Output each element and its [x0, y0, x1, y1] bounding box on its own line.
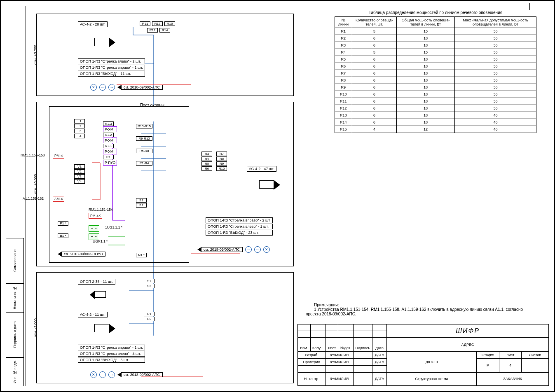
- drawing-sheet: Согласовано Взам. инв. № Подпись и дата …: [0, 0, 555, 392]
- r-box: R13: [152, 21, 163, 26]
- opop-item: ОПОП 1-R3 "Стрелка вправо" - 1 шт.: [78, 65, 145, 70]
- table-row: R1261830: [335, 105, 536, 112]
- rack-box: L1 L2 L3 L4 V1 V2 V3 V4 R1.3 Р-УМ R1.2 Р…: [49, 106, 189, 263]
- r-label: R1.2: [103, 133, 114, 137]
- r-label: R1.1: [103, 144, 114, 148]
- arrow-left-indicator-icon: [254, 246, 261, 253]
- opop-item: ОПОП 1-R3 "Стрелка вправо" - 1 шт.: [78, 345, 145, 350]
- col-sign: Подпись: [353, 344, 372, 351]
- V-box: V2: [74, 169, 85, 174]
- p-box: P1 *: [58, 221, 68, 226]
- table-header: Максимальная допустимая мощность оповеща…: [454, 17, 536, 28]
- r-box: R12: [147, 28, 158, 33]
- arrow-left-indicator-icon: [99, 84, 106, 91]
- table-header: № линии: [335, 17, 352, 28]
- speaker-icon: [259, 180, 274, 189]
- power-supply: ＋－: [89, 225, 99, 232]
- inner-frame: отм. +3,200 АС-4-2 - 28 шт. R11 R13 R15 …: [26, 6, 549, 386]
- ac-count: АС-4-2 - 47 шт.: [247, 166, 276, 172]
- customer: ЗАКАЗЧИК: [477, 372, 549, 385]
- table-row: R1061830: [335, 91, 536, 98]
- arrow-left-indicator-icon: [99, 371, 106, 378]
- r-box: R3: [201, 152, 212, 156]
- sheet-header: Лист: [499, 351, 522, 358]
- group-box: R1-R4: [136, 161, 152, 166]
- table-header: Количество оповеща-телей, шт.: [352, 17, 396, 28]
- r-box: R5: [201, 161, 212, 166]
- code: ШИФР: [387, 324, 549, 338]
- opop-item: ОПОП 1-R3 "Стрелка влево" - 4 шт.: [78, 351, 145, 357]
- s-box: S2: [136, 203, 147, 208]
- project-name: ДЮСШ: [387, 351, 477, 372]
- date: ДАТА: [372, 351, 387, 358]
- table-row: R361830: [335, 42, 536, 49]
- r-box: R10: [216, 166, 227, 171]
- power-table-container: Таблица распределения мощностей по линия…: [335, 10, 536, 133]
- arrow-right-indicator-icon: [108, 84, 115, 91]
- rm2-label: RM1.1.151-154: [89, 208, 113, 212]
- V-box: V4: [74, 179, 85, 184]
- notes-text: 1 Устройства RM1.1.151-154, RM1.1.155-15…: [306, 307, 536, 316]
- col-ndok: №док.: [338, 344, 353, 351]
- speaker-icon: [94, 324, 109, 332]
- arrow-right-indicator-icon: [245, 246, 252, 253]
- group-box: R9-R12: [136, 136, 152, 141]
- date: ДАТА: [372, 359, 387, 366]
- col-izm: Изм.: [298, 344, 311, 351]
- power-distribution-table: № линииКоличество оповеща-телей, шт.Обща…: [335, 16, 536, 133]
- r-label: R1.3: [103, 121, 114, 126]
- family: ФАМИЛИЯ: [326, 351, 353, 358]
- role-check: Проверил: [298, 359, 326, 366]
- reference-flag: см. 2018-09/002-АПС: [117, 372, 163, 377]
- elevation-label: отм. -3,000: [33, 318, 37, 337]
- strip-cell: Подпись и дата: [6, 312, 24, 357]
- signal-indicators: см. 2018-09/002-АПС: [197, 246, 270, 253]
- address: АДРЕС: [387, 338, 549, 351]
- family: ФАМИЛИЯ: [326, 359, 353, 366]
- floor-panel-top: отм. +3,200 АС-4-2 - 28 шт. R11 R13 R15 …: [36, 14, 294, 96]
- role-ncontrol: Н. контр.: [298, 372, 326, 385]
- sheet-number: 4: [499, 359, 522, 372]
- group-box: R13-R15: [136, 124, 152, 128]
- r-box: R1: [144, 312, 155, 316]
- opop-item: ОПОП 1-R3 "ВЫХОД" - 23 шт.: [206, 230, 273, 236]
- drawing-subtitle: Структурная схема: [387, 372, 477, 385]
- date: ДАТА: [372, 372, 387, 385]
- ug-label: UGR1.1 *: [93, 239, 108, 243]
- table-row: R761830: [335, 70, 536, 77]
- s-box: S1: [144, 279, 155, 283]
- table-row: R1461840: [335, 119, 536, 126]
- ac-count: АС-4-2 - 11 шт.: [78, 312, 108, 317]
- sheets-header: Листов: [522, 351, 549, 358]
- elevation-label: отм. +0,000: [33, 174, 37, 194]
- r-label: R1: [103, 155, 114, 159]
- notes-block: Примечания: 1 Устройства RM1.1.151-154, …: [306, 303, 536, 316]
- exit-indicator-icon: [263, 246, 270, 253]
- r-box: R15: [164, 21, 175, 26]
- control-unit: Р-ПУО: [103, 160, 117, 166]
- signal-indicators: см. 2018-09/002-АПС: [90, 84, 163, 91]
- left-binding-strip: Согласовано Взам. инв. № Подпись и дата …: [6, 6, 24, 386]
- rm-label: RM1.1.155-158: [21, 153, 45, 157]
- col-date: Дата: [372, 344, 387, 351]
- amplifier: Р-УМ: [103, 149, 117, 154]
- r-box: R8: [216, 156, 227, 161]
- opop-item: ОПОП 1-R3 "Стрелка влево" - 1 шт.: [206, 224, 273, 229]
- opop-list: ОПОП 1-R3 "Стрелка вправо" - 2 шт. ОПОП …: [206, 217, 273, 236]
- strip-cell: Взам. инв. №: [6, 283, 24, 312]
- arrow-right-indicator-icon: [108, 371, 115, 378]
- table-row: R451530: [335, 49, 536, 56]
- table-row: R1161830: [335, 98, 536, 105]
- reference-flag: см. 2018-09/002-АПС: [117, 85, 163, 90]
- table-row: R661830: [335, 63, 536, 70]
- opop-item: ОПОП 1-R3 "Стрелка влево" - 2 шт.: [78, 58, 145, 64]
- L-box: L2: [74, 124, 85, 128]
- notes-heading: Примечания:: [306, 303, 536, 307]
- opop-item: ОПОП 1-R3 "ВЫХОД" - 11 шт.: [78, 71, 145, 77]
- exit-indicator-icon: [90, 84, 97, 91]
- stage: Р: [477, 359, 499, 372]
- rm-module: РМ-4: [53, 153, 64, 159]
- r-box: R14: [159, 28, 170, 33]
- s-box: S2: [144, 284, 155, 288]
- L-box: L4: [74, 134, 85, 138]
